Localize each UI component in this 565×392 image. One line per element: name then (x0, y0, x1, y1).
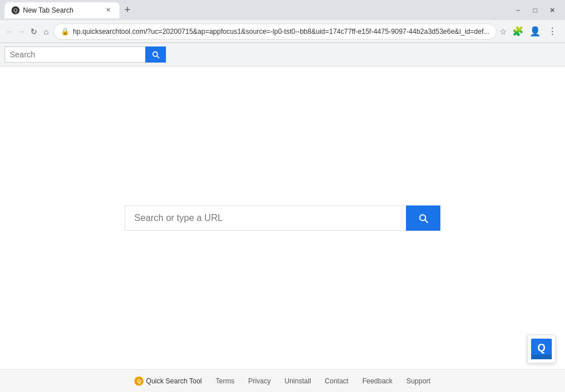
watermark-logo: Q (527, 335, 556, 363)
extensions-icon[interactable]: 🧩 (510, 24, 526, 40)
reload-button[interactable]: ↻ (29, 24, 38, 40)
toolbar-icons: 🧩 👤 ⋮ (510, 24, 560, 40)
tab-favicon: Q (11, 6, 20, 14)
footer: Q Quick Search Tool Terms Privacy Uninst… (0, 369, 565, 392)
title-bar: Q New Tab Search ✕ + − □ ✕ (0, 0, 565, 20)
omnibox-row (0, 43, 565, 67)
footer-feedback-link[interactable]: Feedback (362, 377, 393, 385)
menu-icon[interactable]: ⋮ (544, 24, 560, 40)
search-icon (151, 50, 160, 59)
center-search-icon (417, 212, 429, 224)
center-search-input[interactable] (125, 205, 406, 231)
chrome-frame: Q New Tab Search ✕ + − □ ✕ ← → ↻ ⌂ 🔒 hp.… (0, 0, 565, 43)
omnibox-search-input[interactable] (5, 46, 145, 63)
new-tab-button[interactable]: + (119, 2, 136, 18)
tab-title: New Tab Search (23, 6, 100, 14)
footer-support-link[interactable]: Support (407, 377, 431, 385)
close-button[interactable]: ✕ (544, 2, 560, 18)
window-controls: − □ ✕ (510, 2, 560, 18)
footer-brand: Q Quick Search Tool (134, 377, 202, 386)
center-search-container (125, 205, 440, 231)
tab-close-button[interactable]: ✕ (103, 6, 113, 15)
footer-uninstall-link[interactable]: Uninstall (285, 377, 311, 385)
back-button[interactable]: ← (5, 24, 14, 40)
minimize-button[interactable]: − (510, 2, 526, 18)
svg-rect-2 (531, 355, 552, 359)
maximize-button[interactable]: □ (527, 2, 543, 18)
active-tab[interactable]: Q New Tab Search ✕ (5, 2, 119, 18)
account-icon[interactable]: 👤 (527, 24, 543, 40)
tab-bar: Q New Tab Search ✕ + (5, 2, 510, 18)
footer-contact-link[interactable]: Contact (325, 377, 349, 385)
svg-text:Q: Q (537, 342, 545, 354)
address-bar[interactable]: 🔒 hp.quicksearchtool.com/?uc=20200715&ap… (53, 24, 497, 40)
footer-privacy-link[interactable]: Privacy (248, 377, 270, 385)
url-text: hp.quicksearchtool.com/?uc=20200715&ap=a… (73, 28, 489, 36)
footer-brand-name: Quick Search Tool (146, 377, 202, 385)
center-search-button[interactable] (406, 205, 440, 231)
omnibox-search-button[interactable] (145, 46, 166, 63)
footer-terms-link[interactable]: Terms (216, 377, 235, 385)
bookmark-button[interactable]: ☆ (499, 25, 508, 38)
address-bar-row: ← → ↻ ⌂ 🔒 hp.quicksearchtool.com/?uc=202… (0, 20, 565, 43)
main-content (0, 67, 565, 370)
footer-brand-icon: Q (134, 377, 144, 386)
qs-logo-icon: Q (531, 339, 552, 359)
forward-button[interactable]: → (17, 24, 26, 40)
lock-icon: 🔒 (61, 28, 69, 36)
home-button[interactable]: ⌂ (41, 24, 51, 40)
